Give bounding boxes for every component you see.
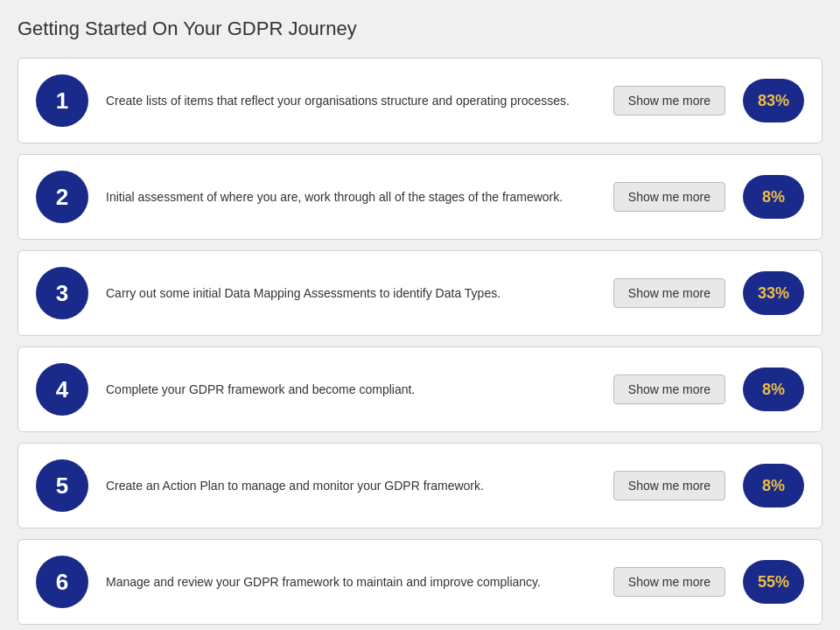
step-description-4: Complete your GDPR framework and become … bbox=[106, 381, 596, 399]
step-description-1: Create lists of items that reflect your … bbox=[106, 92, 596, 110]
step-number-5: 5 bbox=[36, 459, 88, 512]
steps-container: 1 Create lists of items that reflect you… bbox=[18, 58, 822, 625]
step-number-4: 4 bbox=[36, 363, 88, 416]
step-description-5: Create an Action Plan to manage and moni… bbox=[106, 477, 596, 495]
show-more-button-6[interactable]: Show me more bbox=[613, 567, 725, 597]
step-description-2: Initial assessment of where you are, wor… bbox=[106, 188, 596, 206]
show-more-button-4[interactable]: Show me more bbox=[613, 374, 725, 404]
step-percentage-4: 8% bbox=[743, 368, 804, 411]
step-card-5: 5 Create an Action Plan to manage and mo… bbox=[18, 443, 822, 528]
step-number-2: 2 bbox=[36, 171, 88, 223]
step-percentage-5: 8% bbox=[743, 464, 804, 508]
show-more-button-1[interactable]: Show me more bbox=[613, 86, 725, 116]
step-percentage-6: 55% bbox=[743, 560, 804, 604]
page-title: Getting Started On Your GDPR Journey bbox=[18, 18, 822, 40]
step-number-1: 1 bbox=[36, 74, 88, 127]
step-percentage-3: 33% bbox=[743, 271, 804, 315]
step-number-3: 3 bbox=[36, 267, 88, 319]
step-percentage-1: 83% bbox=[743, 79, 804, 122]
step-card-4: 4 Complete your GDPR framework and becom… bbox=[18, 346, 822, 432]
show-more-button-2[interactable]: Show me more bbox=[613, 182, 725, 212]
step-card-6: 6 Manage and review your GDPR framework … bbox=[18, 539, 822, 625]
step-description-6: Manage and review your GDPR framework to… bbox=[106, 573, 596, 592]
show-more-button-5[interactable]: Show me more bbox=[613, 471, 725, 500]
step-card-3: 3 Carry out some initial Data Mapping As… bbox=[18, 250, 822, 336]
step-card-2: 2 Initial assessment of where you are, w… bbox=[18, 154, 822, 240]
step-percentage-2: 8% bbox=[743, 175, 804, 219]
show-more-button-3[interactable]: Show me more bbox=[613, 278, 725, 308]
step-card-1: 1 Create lists of items that reflect you… bbox=[18, 58, 822, 144]
step-description-3: Carry out some initial Data Mapping Asse… bbox=[106, 284, 596, 303]
step-number-6: 6 bbox=[36, 556, 88, 608]
